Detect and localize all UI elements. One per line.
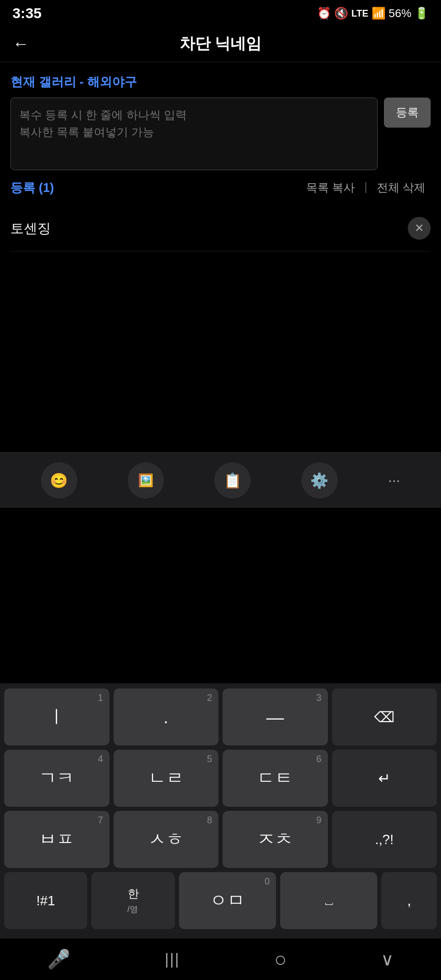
key-num-8: 8 bbox=[207, 815, 212, 826]
battery-icon: 🔋 bbox=[415, 7, 429, 20]
key-num-1: 1 bbox=[98, 693, 103, 703]
delete-all-button[interactable]: 전체 삭제 bbox=[371, 180, 431, 196]
back-button[interactable]: ← bbox=[12, 34, 29, 53]
copy-list-button[interactable]: 목록 복사 bbox=[301, 180, 360, 196]
status-bar: 3:35 ⏰ 🔇 LTE 📶 56% 🔋 bbox=[0, 0, 441, 26]
register-button[interactable]: 등록 bbox=[384, 98, 431, 128]
clipboard-icon: 📋 bbox=[224, 472, 242, 489]
key-bp[interactable]: 7 ㅂㅍ bbox=[4, 811, 109, 868]
key-backspace[interactable]: ⌫ bbox=[332, 688, 437, 746]
list-actions: 목록 복사 | 전체 삭제 bbox=[301, 180, 431, 196]
signal-icon: 📶 bbox=[371, 7, 385, 20]
key-num-6: 6 bbox=[316, 754, 321, 765]
key-num-4: 4 bbox=[98, 754, 103, 765]
key-i[interactable]: 1 ㅣ bbox=[4, 688, 109, 746]
divider: | bbox=[360, 180, 371, 196]
keyboard-row-1: 1 ㅣ 2 . 3 — ⌫ bbox=[4, 688, 437, 746]
key-enter[interactable]: ↵ bbox=[332, 750, 437, 807]
key-punct[interactable]: .,?! bbox=[332, 811, 437, 868]
key-jc[interactable]: 9 ㅈㅊ bbox=[223, 811, 328, 868]
key-num-5: 5 bbox=[207, 754, 212, 765]
sticker-icon: 🖼️ bbox=[138, 473, 154, 488]
list-item: 토센징 ✕ bbox=[10, 205, 431, 252]
gallery-prefix: 현재 갤러리 - bbox=[10, 75, 87, 89]
list-item-text: 토센징 bbox=[10, 219, 51, 238]
key-num-3: 3 bbox=[316, 693, 321, 703]
key-dash[interactable]: 3 — bbox=[223, 688, 328, 746]
menu-icon[interactable]: ||| bbox=[164, 950, 180, 968]
key-num-0: 0 bbox=[265, 876, 270, 887]
settings-button[interactable]: ⚙️ bbox=[301, 462, 338, 499]
keyboard-row-4: !#1 한/영 0 ㅇㅁ ⎵ , bbox=[4, 872, 437, 929]
keyboard-row-3: 7 ㅂㅍ 8 ㅅㅎ 9 ㅈㅊ .,?! bbox=[4, 811, 437, 868]
input-row: 등록 bbox=[10, 98, 431, 170]
key-num-2: 2 bbox=[207, 693, 212, 703]
key-om[interactable]: 0 ㅇㅁ bbox=[179, 872, 276, 929]
page-title: 차단 닉네임 bbox=[180, 33, 261, 54]
key-lang[interactable]: 한/영 bbox=[91, 872, 174, 929]
status-time: 3:35 bbox=[12, 5, 42, 22]
home-icon[interactable]: ○ bbox=[274, 949, 286, 970]
key-nr[interactable]: 5 ㄴㄹ bbox=[114, 750, 219, 807]
keyboard: 1 ㅣ 2 . 3 — ⌫ 4 ㄱㅋ 5 ㄴㄹ 6 ㄷㅌ ↵ bbox=[0, 683, 441, 938]
mic-icon[interactable]: 🎤 bbox=[47, 948, 71, 970]
more-button[interactable]: ··· bbox=[388, 472, 400, 489]
key-comma[interactable]: , bbox=[381, 872, 437, 929]
key-num-7: 7 bbox=[98, 815, 103, 826]
gallery-link[interactable]: 해외야구 bbox=[87, 75, 137, 89]
list-area: 토센징 ✕ bbox=[0, 205, 441, 252]
battery-label: 56% bbox=[389, 7, 411, 20]
key-dot[interactable]: 2 . bbox=[114, 688, 219, 746]
status-icons: ⏰ 🔇 LTE 📶 56% 🔋 bbox=[317, 7, 429, 20]
back-icon[interactable]: ∨ bbox=[381, 949, 394, 970]
more-icon: ··· bbox=[388, 472, 400, 488]
nickname-input[interactable] bbox=[10, 98, 378, 170]
key-sh[interactable]: 8 ㅅㅎ bbox=[114, 811, 219, 868]
keyboard-toolbar: 😊 🖼️ 📋 ⚙️ ··· bbox=[0, 452, 441, 508]
key-gk[interactable]: 4 ㄱㅋ bbox=[4, 750, 109, 807]
alarm-icon: ⏰ bbox=[317, 7, 331, 20]
content-area: 현재 갤러리 - 해외야구 등록 등록 (1) 목록 복사 | 전체 삭제 bbox=[0, 62, 441, 196]
list-header: 등록 (1) 목록 복사 | 전체 삭제 bbox=[10, 180, 431, 196]
key-space[interactable]: ⎵ bbox=[280, 872, 377, 929]
lte-icon: LTE bbox=[351, 8, 368, 19]
gear-icon: ⚙️ bbox=[310, 472, 328, 489]
sticker-button[interactable]: 🖼️ bbox=[128, 462, 164, 499]
gallery-label: 현재 갤러리 - 해외야구 bbox=[10, 74, 431, 90]
emoji-button[interactable]: 😊 bbox=[41, 462, 77, 499]
emoji-icon: 😊 bbox=[50, 472, 68, 489]
list-count: 등록 (1) bbox=[10, 180, 54, 196]
mute-icon: 🔇 bbox=[334, 7, 348, 20]
clipboard-button[interactable]: 📋 bbox=[214, 462, 251, 499]
remove-item-button[interactable]: ✕ bbox=[408, 217, 431, 240]
top-bar: ← 차단 닉네임 bbox=[0, 26, 441, 62]
bottom-nav: 🎤 ||| ○ ∨ bbox=[0, 938, 441, 980]
key-num-9: 9 bbox=[316, 815, 321, 826]
key-numpad[interactable]: !#1 bbox=[4, 872, 87, 929]
key-dt[interactable]: 6 ㄷㅌ bbox=[223, 750, 328, 807]
keyboard-row-2: 4 ㄱㅋ 5 ㄴㄹ 6 ㄷㅌ ↵ bbox=[4, 750, 437, 807]
